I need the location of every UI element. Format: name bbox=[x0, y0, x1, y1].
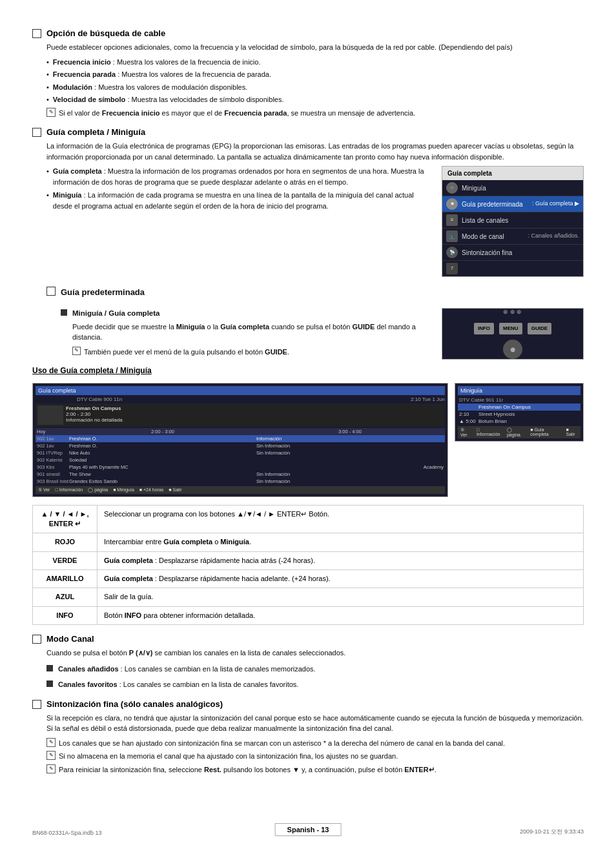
bullet-modulacion: • Modulación : Muestra los valores de mo… bbox=[46, 82, 584, 93]
section-modo-body: Cuando se pulsa el botón P (∧/∨) se camb… bbox=[46, 648, 584, 690]
desc-nav: Seleccionar un programa con los botones … bbox=[98, 505, 584, 533]
section-guia-pred-title: Guía predeterminada bbox=[61, 286, 145, 299]
memo-icon-sint-2: ✎ bbox=[46, 751, 56, 760]
desc-info: Botón INFO para obtener información deta… bbox=[98, 606, 584, 624]
guia-pred-right: ⊕ ⊕ ⊕ INFO MENU GUIDE ⊕ bbox=[442, 303, 584, 360]
uso-guia-header: Uso de Guía completa / Miniguía bbox=[32, 366, 584, 375]
menu-row-modo: 📺 Modo de canal : Canales añadidos. bbox=[442, 229, 583, 245]
key-azul: AZUL bbox=[33, 588, 98, 606]
menu-button: MENU bbox=[499, 323, 522, 334]
guia-pred-body: Miniguía / Guía completa Puede decidir q… bbox=[61, 303, 584, 360]
guia-pred-two-col: Miniguía / Guía completa Puede decidir q… bbox=[61, 303, 584, 360]
footer-right: 2009-10-21 오전 9:33:43 bbox=[520, 828, 584, 836]
section-guia-body: La información de la Guía electrónica de… bbox=[46, 141, 584, 360]
key-info: INFO bbox=[33, 606, 98, 624]
menu-row-icon-2: ★ bbox=[446, 198, 458, 210]
note-guia-pred: ✎ También puede ver el menú de la guía p… bbox=[72, 347, 431, 358]
menu-row-num: 7 bbox=[442, 261, 583, 276]
note-sint-2: ✎ Si no almacena en la memoria el canal … bbox=[46, 751, 584, 762]
menu-row-icon-1: ○ bbox=[446, 182, 458, 194]
menu-row-icon-4: 📺 bbox=[446, 230, 458, 242]
section-cable-description: Puede establecer opciones adicionales, c… bbox=[46, 42, 584, 53]
remote-control: ⊕ ⊕ ⊕ INFO MENU GUIDE ⊕ bbox=[442, 308, 584, 360]
section-sint-description: Si la recepción es clara, no tendrá que … bbox=[46, 713, 584, 734]
key-verde: VERDE bbox=[33, 551, 98, 569]
table-row: VERDE Guía completa : Desplazarse rápida… bbox=[33, 551, 584, 569]
guia-pred-section: Guía predeterminada Miniguía / Guía comp… bbox=[46, 286, 584, 360]
section-guia-title: Guía completa / Miniguía bbox=[46, 127, 145, 137]
miniguia-img: Miniguía DTV Cable 901 11r Freshman On C… bbox=[455, 383, 584, 442]
table-row: INFO Botón INFO para obtener información… bbox=[33, 606, 584, 624]
section-cable-title: Opción de búsqueda de cable bbox=[46, 28, 165, 38]
menu-row-icon-3: ≡ bbox=[446, 214, 458, 226]
guide-completa-bottom: ⑤ Ver □ Información ◯ página ■ Miniguía … bbox=[36, 486, 445, 494]
key-table: ▲ / ▼ / ◄ / ►,ENTER ↵ Seleccionar un pro… bbox=[32, 505, 584, 626]
note-sint-3: ✎ Para reiniciar la sintonización fina, … bbox=[46, 764, 584, 775]
guide-screenshots: Guía completa DTV Cable 900 11n 2:10 Tue… bbox=[32, 383, 584, 497]
section-modo-title: Modo Canal bbox=[46, 634, 94, 644]
square-icon bbox=[61, 309, 67, 316]
bullet-guia-completa: • Guía completa : Muestra la información… bbox=[46, 166, 431, 187]
section-modo-header: Modo Canal bbox=[32, 634, 584, 644]
remote-arrows: ⊕ bbox=[503, 340, 522, 359]
section-sint-header: Sintonización fina (sólo canales analógi… bbox=[32, 699, 584, 709]
square-icon-fav bbox=[46, 680, 53, 687]
miniguia-title: Miniguía bbox=[458, 386, 580, 395]
remote-buttons: INFO MENU GUIDE bbox=[474, 323, 551, 334]
menu-box: Guía completa ○ Miniguía ★ Guía predeter… bbox=[442, 166, 584, 277]
guia-left: • Guía completa : Muestra la información… bbox=[46, 166, 431, 213]
menu-row-lista: ≡ Lista de canales bbox=[442, 212, 583, 229]
checkbox-icon-cable bbox=[32, 29, 41, 38]
menu-row-guia-pred: ★ Guía predeterminada : Guía completa ▶ bbox=[442, 196, 583, 212]
checkbox-icon-sint bbox=[32, 700, 41, 709]
memo-icon-sint-1: ✎ bbox=[46, 738, 56, 747]
section-guia-header: Guía completa / Miniguía bbox=[32, 127, 584, 137]
footer-left: BN68-02331A-Spa.indb 13 bbox=[32, 830, 102, 836]
guide-completa-img: Guía completa DTV Cable 900 11n 2:10 Tue… bbox=[32, 383, 448, 497]
table-row: ▲ / ▼ / ◄ / ►,ENTER ↵ Seleccionar un pro… bbox=[33, 505, 584, 533]
bullet-frecuencia-parada: • Frecuencia parada : Muestra los valore… bbox=[46, 69, 584, 80]
memo-icon-2: ✎ bbox=[72, 347, 81, 355]
menu-row-miniguia: ○ Miniguía bbox=[442, 180, 583, 196]
checkbox-icon-modo bbox=[32, 635, 41, 644]
desc-rojo: Intercambiar entre Guía completa o Minig… bbox=[98, 533, 584, 551]
menu-row-icon-6: 7 bbox=[446, 263, 458, 274]
menu-row-icon-5: 📡 bbox=[446, 247, 458, 258]
section-cable-header: Opción de búsqueda de cable bbox=[32, 28, 584, 38]
info-button: INFO bbox=[474, 323, 494, 334]
bullet-miniguia: • Miniguía : La información de cada prog… bbox=[46, 190, 431, 211]
desc-azul: Salir de la guía. bbox=[98, 588, 584, 606]
guia-right: Guía completa ○ Miniguía ★ Guía predeter… bbox=[442, 166, 584, 277]
memo-icon-sint-3: ✎ bbox=[46, 764, 56, 773]
footer-center: Spanish - 13 bbox=[275, 823, 342, 836]
section-cable-body: Puede establecer opciones adicionales, c… bbox=[46, 42, 584, 118]
guide-completa-title: Guía completa bbox=[36, 386, 445, 395]
bullet-velocidad: • Velocidad de símbolo : Muestra las vel… bbox=[46, 94, 584, 105]
page: Opción de búsqueda de cable Puede establ… bbox=[0, 0, 616, 849]
guide-rows: Hoy 2:00 - 3:00 3:00 - 4:00 902 1av Fres… bbox=[36, 428, 445, 485]
table-row: ROJO Intercambiar entre Guía completa o … bbox=[33, 533, 584, 551]
bullet-canales-fav-header: Canales favoritos : Los canales se cambi… bbox=[46, 679, 584, 690]
key-nav: ▲ / ▼ / ◄ / ►,ENTER ↵ bbox=[33, 505, 98, 533]
menu-title: Guía completa bbox=[442, 167, 583, 180]
menu-row-sint: 📡 Sintonización fina bbox=[442, 245, 583, 261]
key-rojo: ROJO bbox=[33, 533, 98, 551]
checkbox-icon-guia bbox=[32, 128, 41, 137]
guide-button: GUIDE bbox=[528, 323, 551, 334]
square-icon-add bbox=[46, 665, 53, 671]
section-sint-title: Sintonización fina (sólo canales analógi… bbox=[46, 699, 223, 709]
section-sint-body: Si la recepción es clara, no tendrá que … bbox=[46, 713, 584, 775]
section-guia-pred-header: Guía predeterminada bbox=[46, 286, 584, 299]
desc-amarillo: Guía completa : Desplazarse rápidamente … bbox=[98, 570, 584, 588]
remote-center: ⊕ bbox=[503, 340, 522, 359]
sub-section-title: Miniguía / Guía completa bbox=[72, 308, 159, 319]
miniguia-bottom: ⑤ Ver □ Información ◯ página ■ Guía comp… bbox=[458, 426, 580, 438]
guia-two-col: • Guía completa : Muestra la información… bbox=[46, 166, 584, 277]
checkbox-icon-guia-pred bbox=[46, 287, 56, 296]
desc-verde: Guía completa : Desplazarse rápidamente … bbox=[98, 551, 584, 569]
note-cable: ✎ Si el valor de Frecuencia inicio es ma… bbox=[46, 108, 584, 119]
section-modo-description: Cuando se pulsa el botón P (∧/∨) se camb… bbox=[46, 648, 584, 659]
section-guia-description: La información de la Guía electrónica de… bbox=[46, 141, 584, 162]
table-row: AZUL Salir de la guía. bbox=[33, 588, 584, 606]
key-amarillo: AMARILLO bbox=[33, 570, 98, 588]
